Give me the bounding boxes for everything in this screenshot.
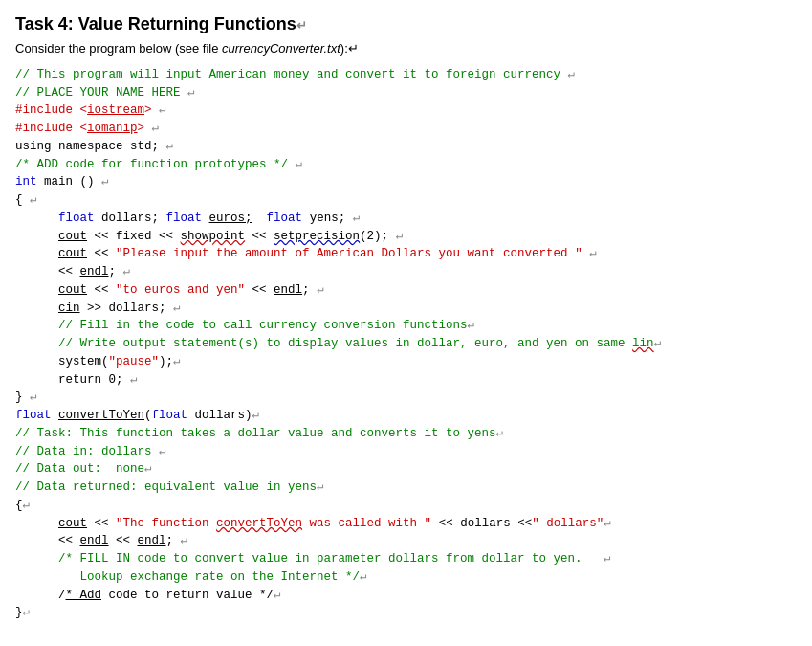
page-title: Task 4: Value Returning Functions↵ bbox=[15, 11, 797, 36]
subtitle: Consider the program below (see file cur… bbox=[15, 40, 797, 58]
code-block: // This program will input American mone… bbox=[15, 66, 797, 622]
